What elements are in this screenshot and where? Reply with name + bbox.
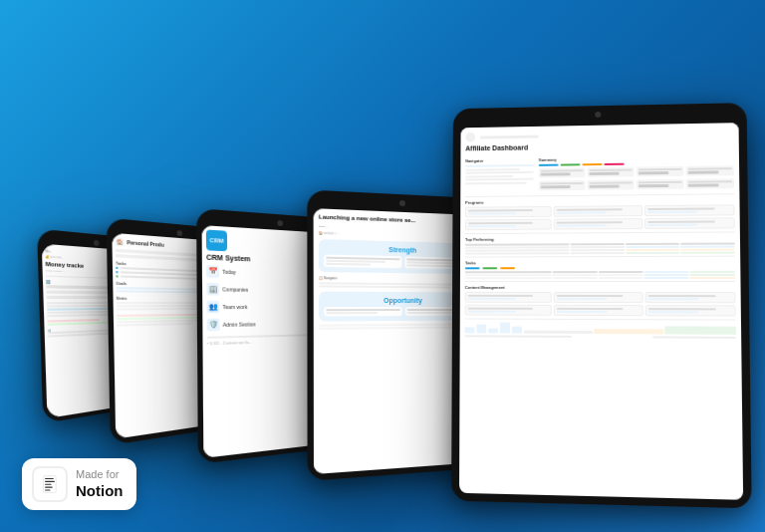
notion-logo (32, 466, 68, 502)
camera-dot-2 (176, 230, 182, 236)
affiliate-screen-content: Affiliate Dashboard Navigator (460, 123, 742, 344)
camera-dot-5 (595, 112, 601, 118)
made-for-label: Made for (76, 468, 123, 481)
affiliate-title: Affiliate Dashboard (465, 140, 733, 151)
camera-dot-3 (277, 220, 283, 226)
camera-dot (94, 240, 100, 246)
main-scene: Mo 💰 you can... Money tracke home • home… (0, 0, 765, 532)
notion-badge: Made for Notion (22, 458, 136, 510)
tablet-screen-5: Affiliate Dashboard Navigator (459, 123, 743, 500)
notion-badge-text: Made for Notion (76, 468, 123, 499)
notion-brand-label: Notion (76, 482, 123, 500)
tablet-affiliate-dashboard: Affiliate Dashboard Navigator (451, 103, 752, 508)
camera-dot-4 (399, 200, 405, 206)
